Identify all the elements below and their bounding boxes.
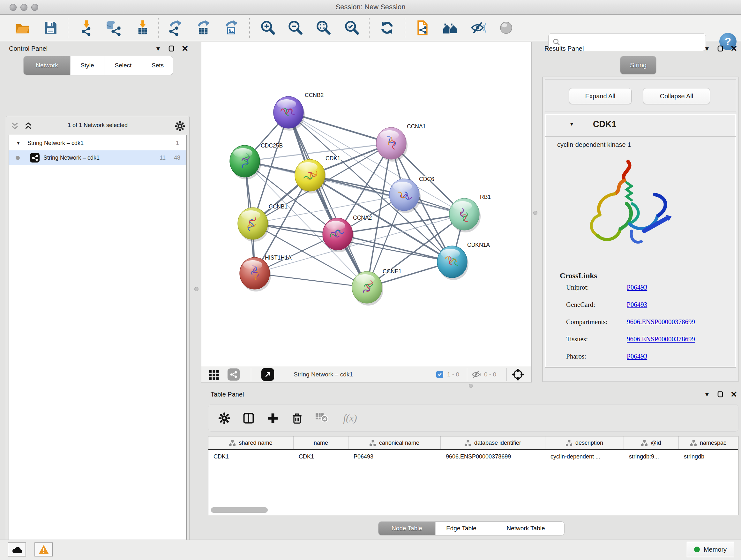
cell-description[interactable]: cyclin-dependent ...	[545, 450, 624, 462]
node-CDK1[interactable]	[295, 159, 326, 193]
cdk1-card-header[interactable]: ▼ CDK1	[545, 114, 736, 137]
selected-checkbox-icon[interactable]	[436, 368, 443, 381]
show-hide-graphics-button[interactable]	[470, 19, 487, 36]
node-table[interactable]: shared namenamecanonical namedatabase id…	[208, 436, 738, 515]
node-CCNE1[interactable]	[352, 271, 383, 306]
network-canvas[interactable]: CCNB2CCNA1CDC25BCDK1CDC6RB1CCNB1CCNA2CDK…	[201, 42, 532, 366]
network-collection-row[interactable]: ▼ String Network – cdk1 1	[9, 136, 186, 150]
horizontal-scrollbar-thumb[interactable]	[211, 507, 268, 513]
export-table-button[interactable]	[195, 19, 212, 36]
node-CDKN1A[interactable]	[437, 246, 468, 280]
tab-node-table[interactable]: Node Table	[379, 522, 435, 535]
panel-close-icon[interactable]: ✕	[731, 390, 738, 398]
table-row[interactable]: CDK1CDK1P064939606.ENSP00000378699cyclin…	[208, 450, 738, 462]
node-label-CCNB1: CCNB1	[269, 203, 287, 210]
import-network-file-button[interactable]	[78, 19, 95, 36]
cell-shared-name[interactable]: CDK1	[208, 450, 293, 462]
cell-canonical-name[interactable]: P06493	[348, 450, 441, 462]
toolbar-separator	[158, 18, 158, 38]
panel-close-icon[interactable]: ✕	[731, 44, 738, 53]
table-settings-gear-icon[interactable]	[216, 410, 232, 427]
cell-name[interactable]: CDK1	[293, 450, 348, 462]
save-session-button[interactable]	[42, 19, 59, 36]
right-splitter-handle[interactable]	[533, 211, 537, 215]
network-graph[interactable]: CCNB2CCNA1CDC25BCDK1CDC6RB1CCNB1CCNA2CDK…	[201, 42, 531, 365]
tab-network[interactable]: Network	[23, 56, 70, 75]
panel-float-menu-icon[interactable]: ▼	[155, 46, 161, 52]
column-header-canonical-name[interactable]: canonical name	[348, 436, 441, 449]
section-collapse-caret-icon[interactable]: ▼	[569, 121, 574, 127]
warning-status-button[interactable]	[35, 543, 53, 557]
panel-close-icon[interactable]: ✕	[182, 44, 189, 53]
column-header-shared-name[interactable]: shared name	[208, 436, 293, 449]
delete-table-icon[interactable]	[314, 410, 330, 427]
edge-HIST1H1A-CCNE1[interactable]	[255, 273, 367, 287]
cell--id[interactable]: stringdb:9...	[624, 450, 679, 462]
birdseye-grid-icon[interactable]	[208, 368, 220, 381]
function-builder-button[interactable]: f(x)	[337, 410, 363, 427]
node-CCNA2[interactable]	[323, 218, 354, 252]
network-type-share-icon[interactable]	[227, 368, 240, 381]
tab-select[interactable]: Select	[104, 56, 142, 75]
show-columns-icon[interactable]	[240, 410, 257, 427]
tree-expand-caret-icon[interactable]: ▼	[16, 141, 20, 145]
reposition-crosshair-icon[interactable]	[512, 368, 524, 381]
tab-sets[interactable]: Sets	[142, 56, 173, 75]
level-of-detail-button[interactable]	[498, 19, 515, 36]
open-view-button[interactable]	[261, 368, 274, 381]
node-CCNB2[interactable]	[273, 97, 305, 131]
crosslink-link[interactable]: 9606.ENSP00000378699	[627, 318, 695, 326]
column-header-namespac[interactable]: namespac	[679, 436, 738, 449]
node-label-CCNA2: CCNA2	[353, 214, 372, 221]
node-CDC25B[interactable]	[230, 145, 261, 179]
zoom-in-button[interactable]	[260, 19, 276, 36]
import-network-database-button[interactable]	[105, 19, 121, 36]
delete-column-icon[interactable]	[289, 410, 306, 427]
memory-button[interactable]: Memory	[687, 542, 734, 557]
zoom-fit-button[interactable]	[315, 19, 332, 36]
crosslink-link[interactable]: P06493	[627, 284, 647, 291]
edge-CCNB2-CCNE1[interactable]	[288, 112, 367, 287]
import-table-button[interactable]	[134, 19, 151, 36]
cell-namespac[interactable]: stringdb	[679, 450, 738, 462]
panel-float-icon[interactable]	[717, 391, 724, 398]
expand-all-button[interactable]: Expand All	[569, 88, 631, 104]
cell-database-identifier[interactable]: 9606.ENSP00000378699	[441, 450, 545, 462]
session-file-network-button[interactable]	[414, 19, 430, 36]
network-options-gear-icon[interactable]	[175, 121, 185, 132]
export-network-button[interactable]	[167, 19, 184, 36]
column-header-description[interactable]: description	[545, 436, 624, 449]
network-row-selected[interactable]: String Network – cdk1 11 48	[9, 150, 186, 165]
string-home-button[interactable]	[442, 19, 459, 36]
tab-network-table[interactable]: Network Table	[487, 522, 564, 535]
column-header-database-identifier[interactable]: database identifier	[441, 436, 545, 449]
hidden-eye-slash-icon[interactable]	[471, 368, 482, 381]
node-RB1[interactable]	[449, 198, 481, 233]
cloud-status-button[interactable]	[8, 543, 26, 557]
column-header--id[interactable]: @id	[624, 436, 679, 449]
zoom-selected-button[interactable]	[344, 19, 360, 36]
panel-float-menu-icon[interactable]: ▼	[704, 46, 710, 52]
left-splitter-handle[interactable]	[194, 287, 199, 291]
node-CDC6[interactable]	[389, 179, 421, 213]
tab-string[interactable]: String	[620, 56, 656, 74]
panel-float-menu-icon[interactable]: ▼	[704, 391, 710, 397]
tab-edge-table[interactable]: Edge Table	[435, 522, 487, 535]
horizontal-splitter-handle[interactable]	[469, 384, 473, 388]
document-network-icon	[414, 20, 430, 36]
crosslink-link[interactable]: 9606.ENSP00000378699	[627, 335, 695, 343]
panel-float-icon[interactable]	[168, 45, 175, 52]
refresh-button[interactable]	[379, 19, 395, 36]
collapse-all-button[interactable]: Collapse All	[643, 88, 710, 104]
tab-style[interactable]: Style	[70, 56, 104, 75]
zoom-out-button[interactable]	[287, 19, 304, 36]
column-header-name[interactable]: name	[293, 436, 348, 449]
crosslink-link[interactable]: P06493	[627, 353, 647, 360]
node-HIST1H1A[interactable]	[240, 257, 271, 292]
add-column-icon[interactable]	[265, 410, 281, 427]
open-session-button[interactable]	[14, 19, 30, 36]
export-image-button[interactable]	[223, 19, 239, 36]
panel-float-icon[interactable]	[717, 45, 724, 52]
node-CCNA1[interactable]	[376, 127, 408, 162]
crosslink-link[interactable]: P06493	[627, 301, 647, 308]
